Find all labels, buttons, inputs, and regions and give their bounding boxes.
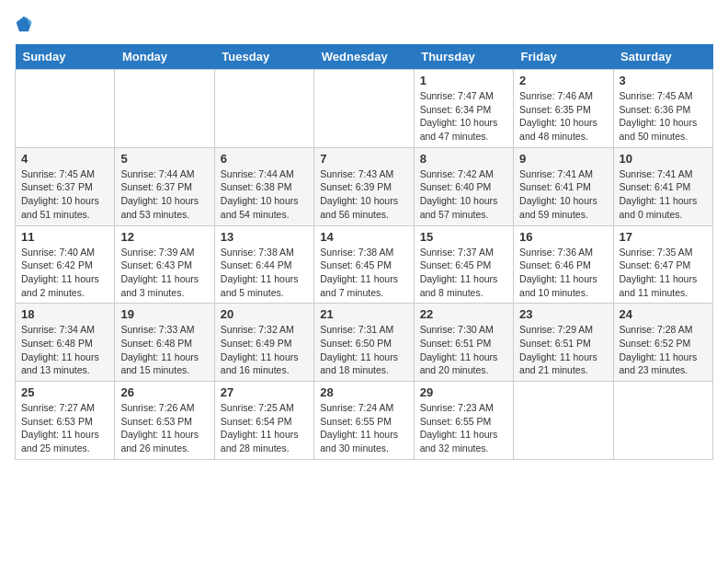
calendar-cell bbox=[314, 70, 414, 148]
calendar-cell: 4Sunrise: 7:45 AMSunset: 6:37 PMDaylight… bbox=[16, 147, 115, 225]
day-detail: Sunrise: 7:42 AMSunset: 6:40 PMDaylight:… bbox=[420, 167, 507, 222]
calendar-cell: 10Sunrise: 7:41 AMSunset: 6:41 PMDayligh… bbox=[613, 147, 712, 225]
day-detail: Sunrise: 7:23 AMSunset: 6:55 PMDaylight:… bbox=[420, 401, 507, 455]
day-number: 13 bbox=[221, 230, 308, 244]
day-number: 20 bbox=[221, 307, 308, 321]
day-detail: Sunrise: 7:46 AMSunset: 6:35 PMDaylight:… bbox=[519, 89, 607, 144]
week-row-4: 18Sunrise: 7:34 AMSunset: 6:48 PMDayligh… bbox=[16, 304, 713, 382]
day-number: 3 bbox=[620, 74, 707, 87]
day-detail: Sunrise: 7:38 AMSunset: 6:44 PMDaylight:… bbox=[221, 246, 308, 300]
calendar-table: SundayMondayTuesdayWednesdayThursdayFrid… bbox=[15, 44, 713, 460]
week-row-5: 25Sunrise: 7:27 AMSunset: 6:53 PMDayligh… bbox=[16, 382, 713, 460]
calendar-cell: 12Sunrise: 7:39 AMSunset: 6:43 PMDayligh… bbox=[115, 225, 214, 304]
day-number: 5 bbox=[120, 152, 208, 166]
day-detail: Sunrise: 7:44 AMSunset: 6:37 PMDaylight:… bbox=[120, 167, 208, 222]
day-number: 26 bbox=[120, 385, 208, 399]
calendar-cell: 9Sunrise: 7:41 AMSunset: 6:41 PMDaylight… bbox=[514, 147, 613, 225]
day-number: 2 bbox=[519, 74, 607, 87]
day-detail: Sunrise: 7:32 AMSunset: 6:49 PMDaylight:… bbox=[221, 323, 308, 377]
calendar-cell: 19Sunrise: 7:33 AMSunset: 6:48 PMDayligh… bbox=[115, 304, 214, 382]
day-number: 22 bbox=[420, 307, 507, 321]
week-row-1: 1Sunrise: 7:47 AMSunset: 6:34 PMDaylight… bbox=[16, 70, 713, 148]
day-detail: Sunrise: 7:29 AMSunset: 6:51 PMDaylight:… bbox=[519, 323, 607, 377]
calendar-cell: 21Sunrise: 7:31 AMSunset: 6:50 PMDayligh… bbox=[314, 304, 414, 382]
calendar-cell bbox=[514, 382, 613, 460]
day-number: 25 bbox=[21, 385, 108, 399]
calendar-cell: 5Sunrise: 7:44 AMSunset: 6:37 PMDaylight… bbox=[115, 147, 214, 225]
day-detail: Sunrise: 7:31 AMSunset: 6:50 PMDaylight:… bbox=[320, 323, 407, 377]
day-number: 11 bbox=[21, 230, 108, 244]
day-detail: Sunrise: 7:24 AMSunset: 6:55 PMDaylight:… bbox=[320, 401, 407, 455]
day-detail: Sunrise: 7:36 AMSunset: 6:46 PMDaylight:… bbox=[519, 246, 607, 300]
day-number: 15 bbox=[420, 230, 507, 244]
day-number: 4 bbox=[21, 152, 108, 166]
day-number: 8 bbox=[420, 152, 507, 166]
calendar-cell bbox=[115, 70, 214, 148]
calendar-cell: 26Sunrise: 7:26 AMSunset: 6:53 PMDayligh… bbox=[115, 382, 214, 460]
calendar-cell: 25Sunrise: 7:27 AMSunset: 6:53 PMDayligh… bbox=[16, 382, 115, 460]
day-header-friday: Friday bbox=[514, 44, 613, 70]
calendar-cell: 22Sunrise: 7:30 AMSunset: 6:51 PMDayligh… bbox=[414, 304, 513, 382]
day-number: 1 bbox=[420, 74, 507, 87]
calendar-cell bbox=[16, 70, 115, 148]
calendar-cell: 6Sunrise: 7:44 AMSunset: 6:38 PMDaylight… bbox=[214, 147, 313, 225]
day-detail: Sunrise: 7:28 AMSunset: 6:52 PMDaylight:… bbox=[620, 323, 707, 377]
day-header-thursday: Thursday bbox=[414, 44, 513, 70]
calendar-cell: 27Sunrise: 7:25 AMSunset: 6:54 PMDayligh… bbox=[214, 382, 313, 460]
calendar-cell bbox=[214, 70, 313, 148]
calendar-cell: 28Sunrise: 7:24 AMSunset: 6:55 PMDayligh… bbox=[314, 382, 414, 460]
day-header-sunday: Sunday bbox=[16, 44, 115, 70]
week-row-2: 4Sunrise: 7:45 AMSunset: 6:37 PMDaylight… bbox=[16, 147, 713, 225]
calendar-cell: 14Sunrise: 7:38 AMSunset: 6:45 PMDayligh… bbox=[314, 225, 414, 304]
day-number: 6 bbox=[221, 152, 308, 166]
day-detail: Sunrise: 7:47 AMSunset: 6:34 PMDaylight:… bbox=[420, 89, 507, 144]
calendar-cell: 8Sunrise: 7:42 AMSunset: 6:40 PMDaylight… bbox=[414, 147, 513, 225]
day-detail: Sunrise: 7:35 AMSunset: 6:47 PMDaylight:… bbox=[620, 246, 707, 300]
calendar-cell: 11Sunrise: 7:40 AMSunset: 6:42 PMDayligh… bbox=[16, 225, 115, 304]
day-number: 21 bbox=[320, 307, 407, 321]
calendar-cell: 29Sunrise: 7:23 AMSunset: 6:55 PMDayligh… bbox=[414, 382, 513, 460]
calendar-cell: 2Sunrise: 7:46 AMSunset: 6:35 PMDaylight… bbox=[514, 70, 613, 148]
logo-icon bbox=[15, 15, 33, 33]
day-number: 29 bbox=[420, 385, 507, 399]
day-detail: Sunrise: 7:43 AMSunset: 6:39 PMDaylight:… bbox=[320, 167, 407, 222]
day-detail: Sunrise: 7:30 AMSunset: 6:51 PMDaylight:… bbox=[420, 323, 507, 377]
day-detail: Sunrise: 7:45 AMSunset: 6:36 PMDaylight:… bbox=[620, 89, 707, 144]
day-number: 14 bbox=[320, 230, 407, 244]
header bbox=[15, 15, 713, 33]
day-number: 24 bbox=[620, 307, 707, 321]
day-header-wednesday: Wednesday bbox=[314, 44, 414, 70]
calendar-cell: 20Sunrise: 7:32 AMSunset: 6:49 PMDayligh… bbox=[214, 304, 313, 382]
day-detail: Sunrise: 7:41 AMSunset: 6:41 PMDaylight:… bbox=[519, 167, 607, 222]
day-number: 16 bbox=[519, 230, 607, 244]
day-header-saturday: Saturday bbox=[613, 44, 712, 70]
day-detail: Sunrise: 7:39 AMSunset: 6:43 PMDaylight:… bbox=[120, 246, 208, 300]
day-number: 28 bbox=[320, 385, 407, 399]
day-detail: Sunrise: 7:26 AMSunset: 6:53 PMDaylight:… bbox=[120, 401, 208, 455]
day-detail: Sunrise: 7:45 AMSunset: 6:37 PMDaylight:… bbox=[21, 167, 108, 222]
day-number: 23 bbox=[519, 307, 607, 321]
day-number: 12 bbox=[120, 230, 208, 244]
day-number: 17 bbox=[620, 230, 707, 244]
week-row-3: 11Sunrise: 7:40 AMSunset: 6:42 PMDayligh… bbox=[16, 225, 713, 304]
day-detail: Sunrise: 7:40 AMSunset: 6:42 PMDaylight:… bbox=[21, 246, 108, 300]
day-detail: Sunrise: 7:25 AMSunset: 6:54 PMDaylight:… bbox=[221, 401, 308, 455]
day-detail: Sunrise: 7:37 AMSunset: 6:45 PMDaylight:… bbox=[420, 246, 507, 300]
day-header-monday: Monday bbox=[115, 44, 214, 70]
calendar-cell bbox=[613, 382, 712, 460]
day-detail: Sunrise: 7:27 AMSunset: 6:53 PMDaylight:… bbox=[21, 401, 108, 455]
calendar-cell: 15Sunrise: 7:37 AMSunset: 6:45 PMDayligh… bbox=[414, 225, 513, 304]
logo bbox=[15, 15, 37, 33]
day-header-tuesday: Tuesday bbox=[214, 44, 313, 70]
day-number: 18 bbox=[21, 307, 108, 321]
day-number: 27 bbox=[221, 385, 308, 399]
day-number: 7 bbox=[320, 152, 407, 166]
calendar-cell: 7Sunrise: 7:43 AMSunset: 6:39 PMDaylight… bbox=[314, 147, 414, 225]
header-row: SundayMondayTuesdayWednesdayThursdayFrid… bbox=[16, 44, 713, 70]
calendar-cell: 18Sunrise: 7:34 AMSunset: 6:48 PMDayligh… bbox=[16, 304, 115, 382]
calendar-cell: 16Sunrise: 7:36 AMSunset: 6:46 PMDayligh… bbox=[514, 225, 613, 304]
day-detail: Sunrise: 7:38 AMSunset: 6:45 PMDaylight:… bbox=[320, 246, 407, 300]
calendar-cell: 17Sunrise: 7:35 AMSunset: 6:47 PMDayligh… bbox=[613, 225, 712, 304]
calendar-cell: 13Sunrise: 7:38 AMSunset: 6:44 PMDayligh… bbox=[214, 225, 313, 304]
calendar-cell: 1Sunrise: 7:47 AMSunset: 6:34 PMDaylight… bbox=[414, 70, 513, 148]
